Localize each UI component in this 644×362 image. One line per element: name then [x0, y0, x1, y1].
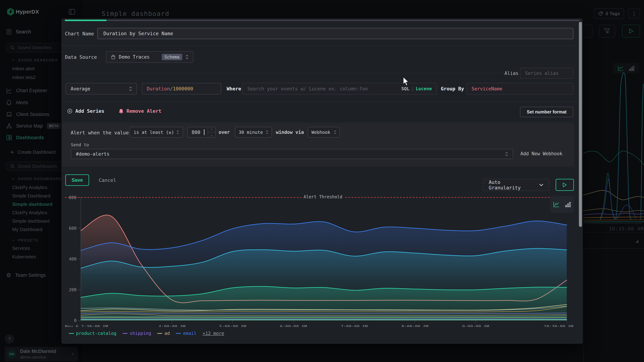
line-chart-icon [553, 201, 560, 208]
divider [61, 102, 583, 102]
select-chevrons-icon [334, 130, 336, 134]
cancel-button[interactable]: Cancel [99, 178, 116, 183]
alert-channel-select[interactable]: Webhook [308, 127, 340, 138]
svg-text:8:00:00 AM: 8:00:00 AM [402, 324, 428, 327]
legend-label: email [183, 331, 196, 336]
series-alias-input[interactable]: Series alias [520, 68, 573, 79]
data-source-label: Data Source [65, 54, 97, 60]
svg-text:9:00:00 AM: 9:00:00 AM [462, 324, 489, 327]
legend-label: product-catalog [76, 331, 116, 336]
select-chevrons-icon [186, 54, 188, 59]
svg-text:600: 600 [69, 226, 76, 231]
alert-config-panel: Alert when the value is at least (≥) 800… [62, 122, 574, 167]
group-by-label: Group By [441, 86, 464, 91]
chart-name-input[interactable]: Duration by Service Name [97, 28, 573, 39]
remove-alert-button[interactable]: Remove Alert [118, 108, 161, 114]
legend-dash [176, 333, 181, 334]
edit-chart-modal: Chart Name Duration by Service Name Data… [61, 18, 583, 344]
chart-legend: product-catalogshippingademail+12 more [69, 331, 224, 336]
stepper-up-icon: ⌃ [208, 127, 216, 132]
number-stepper[interactable]: ⌃⌄ [208, 127, 216, 137]
database-icon [111, 54, 116, 59]
field-expression-input[interactable]: Duration/1000000 [142, 83, 221, 95]
legend-item[interactable]: ad [157, 331, 170, 336]
alert-via-label: window via [276, 130, 304, 135]
group-by-input[interactable]: ServiceName [466, 83, 573, 95]
legend-dash [122, 333, 128, 334]
chart-name-label: Chart Name [65, 31, 94, 36]
set-number-format-button[interactable]: Set number format [520, 107, 573, 117]
alert-prefix: Alert when the value [71, 130, 129, 135]
alert-threshold-label: Alert Threshold [302, 194, 344, 199]
data-source-select[interactable]: Demo Traces Schema [106, 51, 194, 63]
run-chart-button[interactable] [556, 179, 574, 191]
schema-badge: Schema [162, 54, 182, 60]
select-chevrons-icon [176, 130, 179, 134]
send-to-label: Send to [71, 142, 89, 147]
legend-dash [157, 333, 162, 334]
stepper-down-icon: ⌄ [208, 132, 216, 137]
lucene-toggle[interactable]: Lucene [416, 86, 432, 91]
legend-item[interactable]: shipping [122, 331, 151, 336]
app-root: HyperDX Search Saved Searches SAVED SEAR… [0, 0, 644, 362]
chevron-down-icon [539, 184, 544, 186]
select-chevrons-icon [505, 152, 508, 156]
legend-label: ad [164, 331, 170, 336]
sql-toggle[interactable]: SQL [401, 86, 409, 91]
alert-window-select[interactable]: 30 minute [235, 127, 272, 138]
legend-item[interactable]: email [176, 331, 196, 336]
add-new-webhook-button[interactable]: Add New Webhook [520, 151, 562, 156]
aggregation-select[interactable]: Average [66, 83, 137, 95]
modal-scrollbar[interactable] [579, 22, 582, 227]
plus-circle-icon [67, 108, 72, 114]
add-series-button[interactable]: Add Series [67, 108, 104, 114]
legend-more[interactable]: +12 more [203, 331, 224, 336]
text-caret [204, 129, 204, 135]
play-icon [562, 182, 567, 187]
alert-bell-icon [118, 108, 124, 114]
select-chevrons-icon [129, 86, 132, 91]
alert-threshold-input[interactable]: 800 ⌃⌄ [187, 127, 216, 138]
legend-label: shipping [130, 331, 151, 336]
preview-chart-svg: 8006004002000Nov 6 2:30:00 AM4:00:00 AM5… [65, 194, 573, 327]
alert-condition-select[interactable]: is at least (≥) [130, 127, 183, 138]
select-chevrons-icon [266, 130, 268, 134]
svg-text:Nov 6 2:30:00 AM: Nov 6 2:30:00 AM [65, 324, 108, 327]
svg-text:10:30:00 AM: 10:30:00 AM [544, 324, 573, 327]
svg-text:200: 200 [69, 287, 76, 292]
legend-dash [69, 333, 74, 334]
granularity-select[interactable]: Auto Granularity [483, 179, 549, 191]
svg-text:0: 0 [74, 318, 76, 323]
mouse-cursor [402, 76, 411, 86]
send-to-select[interactable]: #demo-alerts [71, 149, 513, 159]
svg-text:7:00:00 AM: 7:00:00 AM [340, 324, 368, 327]
svg-text:6:00:00 AM: 6:00:00 AM [280, 324, 307, 327]
svg-text:4:00:00 AM: 4:00:00 AM [158, 324, 186, 327]
alert-over-label: over [218, 130, 230, 135]
preview-chart: 8006004002000Nov 6 2:30:00 AM4:00:00 AM5… [65, 194, 573, 327]
where-label: Where [227, 86, 241, 91]
chart-type-toggle[interactable] [550, 196, 574, 213]
legend-item[interactable]: product-catalog [69, 331, 116, 336]
bar-chart-icon [565, 201, 571, 208]
modal-progress-fill [65, 20, 106, 21]
svg-text:5:00:00 AM: 5:00:00 AM [219, 324, 246, 327]
divider [61, 46, 583, 46]
alias-label: Alias [504, 71, 518, 76]
save-button[interactable]: Save [65, 175, 89, 186]
svg-text:400: 400 [69, 257, 76, 262]
modal-progress-track [65, 20, 580, 21]
